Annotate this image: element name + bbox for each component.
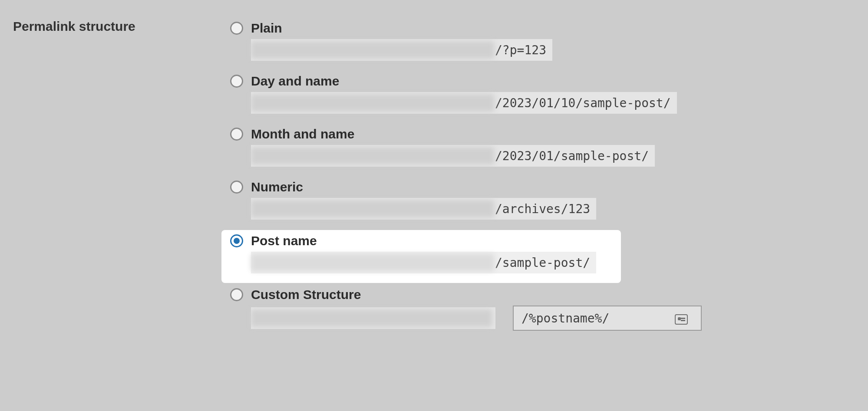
radio-day-and-name[interactable] xyxy=(230,75,243,88)
redacted-url xyxy=(251,41,494,59)
option-custom-structure[interactable]: Custom Structure xyxy=(221,284,847,340)
option-day-and-name[interactable]: Day and name /2023/01/10/sample-post/ xyxy=(221,70,847,123)
radio-plain[interactable] xyxy=(230,22,243,35)
redacted-url xyxy=(251,147,494,164)
option-label: Numeric xyxy=(251,180,303,194)
redacted-url xyxy=(251,254,494,271)
option-label: Post name xyxy=(251,233,317,248)
radio-month-and-name[interactable] xyxy=(230,128,243,141)
option-numeric[interactable]: Numeric /archives/123 xyxy=(221,176,847,229)
permalink-example: /?p=123 xyxy=(251,39,552,61)
example-suffix: /archives/123 xyxy=(495,202,590,216)
permalink-example: /archives/123 xyxy=(251,198,596,220)
section-title: Permalink structure xyxy=(13,19,135,34)
option-label: Plain xyxy=(251,21,282,36)
redacted-url xyxy=(251,200,494,217)
option-month-and-name[interactable]: Month and name /2023/01/sample-post/ xyxy=(221,123,847,176)
permalink-example: /sample-post/ xyxy=(251,252,596,273)
option-label: Day and name xyxy=(251,74,339,89)
permalink-example: /2023/01/10/sample-post/ xyxy=(251,92,677,114)
option-label: Month and name xyxy=(251,127,354,141)
redacted-url xyxy=(251,94,494,112)
example-suffix: /2023/01/sample-post/ xyxy=(495,149,649,163)
autofill-icon[interactable] xyxy=(675,314,688,325)
example-suffix: /?p=123 xyxy=(495,43,546,57)
permalink-example xyxy=(251,307,495,329)
permalink-example: /2023/01/sample-post/ xyxy=(251,145,655,167)
redacted-url xyxy=(251,309,492,327)
option-post-name[interactable]: Post name /sample-post/ xyxy=(221,230,621,283)
radio-custom-structure[interactable] xyxy=(230,288,243,301)
option-label: Custom Structure xyxy=(251,287,361,302)
custom-structure-input[interactable] xyxy=(513,306,702,331)
radio-numeric[interactable] xyxy=(230,181,243,194)
radio-post-name[interactable] xyxy=(230,234,243,247)
example-suffix: /sample-post/ xyxy=(495,256,590,270)
option-plain[interactable]: Plain /?p=123 xyxy=(221,17,847,70)
example-suffix: /2023/01/10/sample-post/ xyxy=(495,96,671,110)
permalink-options: Plain /?p=123 Day and name /2023/01/10/s… xyxy=(221,17,847,340)
